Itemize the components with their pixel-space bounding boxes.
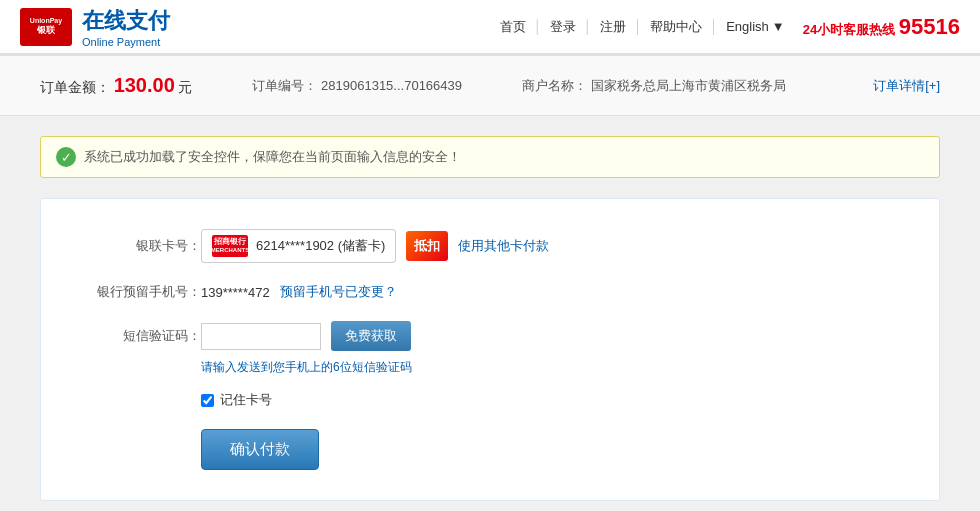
confirm-payment-button[interactable]: 确认付款	[201, 429, 319, 470]
remember-card-label: 记住卡号	[220, 391, 272, 409]
merchant-info: 商户名称： 国家税务总局上海市黄浦区税务局	[522, 77, 786, 95]
sms-hint: 请输入发送到您手机上的6位短信验证码	[201, 359, 899, 376]
hotline-number: 95516	[899, 14, 960, 39]
language-selector[interactable]: English ▼	[718, 19, 793, 34]
nav-register[interactable]: 注册	[592, 18, 634, 36]
header: UnionPay 银联 在线支付 Online Payment 首页 │ 登录 …	[0, 0, 980, 55]
card-label: 银联卡号：	[81, 237, 201, 255]
other-card-link[interactable]: 使用其他卡付款	[458, 237, 549, 255]
phone-row: 银行预留手机号： 139*****472 预留手机号已变更？	[81, 283, 899, 301]
confirm-row: 确认付款	[81, 429, 899, 470]
order-detail-link[interactable]: 订单详情[+]	[873, 77, 940, 95]
site-logo-sub: Online Payment	[82, 36, 170, 48]
card-content: 招商银行 MERCHANTS 6214****1902 (储蓄卡) 抵扣 使用其…	[201, 229, 549, 263]
check-icon: ✓	[56, 147, 76, 167]
sms-content: 免费获取	[201, 321, 411, 351]
nav-help[interactable]: 帮助中心	[642, 18, 710, 36]
nav-home[interactable]: 首页	[492, 18, 534, 36]
remember-card-row: 记住卡号	[201, 391, 899, 409]
nav-login[interactable]: 登录	[542, 18, 584, 36]
security-notice: ✓ 系统已成功加载了安全控件，保障您在当前页面输入信息的安全！	[40, 136, 940, 178]
sms-label: 短信验证码：	[81, 327, 201, 345]
sms-row: 短信验证码： 免费获取	[81, 321, 899, 351]
unionpay-logo: UnionPay 银联	[20, 8, 72, 46]
site-logo-text: 在线支付	[82, 6, 170, 36]
header-nav: 首页 │ 登录 │ 注册 │ 帮助中心 │ English ▼ 24小时客服热线…	[492, 14, 960, 40]
discount-tag[interactable]: 抵扣	[406, 231, 448, 261]
hotline-area: 24小时客服热线 95516	[803, 14, 960, 40]
payment-form: 银联卡号： 招商银行 MERCHANTS 6214****1902 (储蓄卡) …	[40, 198, 940, 501]
main-content: ✓ 系统已成功加载了安全控件，保障您在当前页面输入信息的安全！ 银联卡号： 招商…	[0, 116, 980, 511]
phone-content: 139*****472 预留手机号已变更？	[201, 283, 397, 301]
phone-label: 银行预留手机号：	[81, 283, 201, 301]
get-sms-button[interactable]: 免费获取	[331, 321, 411, 351]
card-row: 银联卡号： 招商银行 MERCHANTS 6214****1902 (储蓄卡) …	[81, 229, 899, 263]
phone-change-link[interactable]: 预留手机号已变更？	[280, 283, 397, 301]
order-amount: 订单金额： 130.00 元	[40, 74, 192, 97]
phone-value: 139*****472	[201, 285, 270, 300]
order-number: 订单编号： 2819061315...70166439	[252, 77, 462, 95]
cmb-bank-logo: 招商银行 MERCHANTS	[212, 235, 248, 257]
security-message: 系统已成功加载了安全控件，保障您在当前页面输入信息的安全！	[84, 148, 461, 166]
amount-value: 130.00	[114, 74, 175, 96]
logo-area: UnionPay 银联 在线支付 Online Payment	[20, 6, 170, 48]
remember-card-checkbox[interactable]	[201, 394, 214, 407]
card-selector[interactable]: 招商银行 MERCHANTS 6214****1902 (储蓄卡)	[201, 229, 396, 263]
sms-input[interactable]	[201, 323, 321, 350]
order-info-bar: 订单金额： 130.00 元 订单编号： 2819061315...701664…	[0, 55, 980, 116]
card-number: 6214****1902 (储蓄卡)	[256, 237, 385, 255]
